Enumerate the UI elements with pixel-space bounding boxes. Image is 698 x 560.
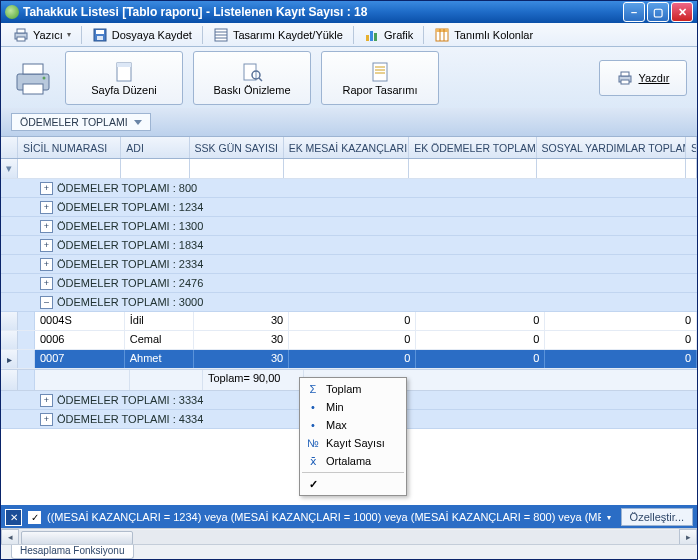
- ctx-min[interactable]: •Min: [302, 398, 404, 416]
- svg-rect-18: [23, 64, 43, 74]
- group-label: ÖDEMELER TOPLAMI : 3334: [57, 394, 203, 406]
- expand-icon[interactable]: +: [40, 277, 53, 290]
- svg-rect-26: [373, 63, 387, 81]
- check-icon: ✓: [306, 477, 320, 491]
- cell-sosyal: 0: [545, 331, 697, 349]
- cell-adi: Cemal: [125, 331, 194, 349]
- minimize-button[interactable]: –: [623, 2, 645, 22]
- scroll-right-button[interactable]: ▸: [679, 529, 697, 545]
- aggregate-context-menu: ΣToplam •Min •Max №Kayıt Sayısı x̄Ortala…: [299, 377, 407, 496]
- sayfa-duzeni-label: Sayfa Düzeni: [91, 84, 156, 96]
- sayfa-duzeni-button[interactable]: Sayfa Düzeni: [65, 51, 183, 105]
- filter-enabled-checkbox[interactable]: ✓: [28, 511, 41, 524]
- filter-ekodeme[interactable]: [409, 159, 536, 178]
- col-sosyal[interactable]: SOSYAL YARDIMLAR TOPLAMI: [537, 137, 687, 158]
- ctx-kayit-sayisi[interactable]: №Kayıt Sayısı: [302, 434, 404, 452]
- group-row[interactable]: +ÖDEMELER TOPLAMI : 1300: [1, 217, 697, 236]
- window-title: Tahakkuk Listesi [Tablo raporu] - Listel…: [23, 5, 623, 19]
- col-ekmesai[interactable]: EK MESAİ KAZANÇLARI: [284, 137, 409, 158]
- cell-ekodeme: 0: [416, 350, 545, 368]
- group-row[interactable]: –ÖDEMELER TOPLAMI : 3000: [1, 293, 697, 312]
- menu-yazici[interactable]: Yazıcı ▾: [7, 24, 77, 45]
- menu-tanimli-kolonlar[interactable]: Tanımlı Kolonlar: [428, 24, 539, 45]
- menu-tasarim-kaydet[interactable]: Tasarımı Kaydet/Yükle: [207, 24, 349, 45]
- filter-ekmesai[interactable]: [284, 159, 409, 178]
- indent: [18, 350, 35, 368]
- table-row[interactable]: 0006Cemal30000: [1, 331, 697, 350]
- group-chip-label: ÖDEMELER TOPLAMI: [20, 116, 128, 128]
- expand-icon[interactable]: +: [40, 394, 53, 407]
- avg-icon: x̄: [306, 454, 320, 468]
- summary-value: Toplam= 90,00: [203, 370, 304, 390]
- indent: [18, 331, 35, 349]
- horizontal-scrollbar[interactable]: ◂ ▸: [1, 528, 697, 545]
- cell-sosyal: 0: [545, 312, 697, 330]
- filter-ssk[interactable]: [190, 159, 284, 178]
- ctx-toplam[interactable]: ΣToplam: [302, 380, 404, 398]
- col-sicil[interactable]: SİCİL NUMARASI: [18, 137, 121, 158]
- menu-tasarim-label: Tasarımı Kaydet/Yükle: [233, 29, 343, 41]
- group-row[interactable]: +ÖDEMELER TOPLAMI : 1234: [1, 198, 697, 217]
- ctx-max[interactable]: •Max: [302, 416, 404, 434]
- cell-sicil: 0006: [35, 331, 125, 349]
- svg-point-20: [43, 77, 46, 80]
- expand-icon[interactable]: +: [40, 182, 53, 195]
- yazdir-button[interactable]: Yazdır: [599, 60, 687, 96]
- action-toolbar: Sayfa Düzeni Baskı Önizleme Rapor Tasarı…: [1, 47, 697, 110]
- table-row[interactable]: ▸0007Ahmet30000: [1, 350, 697, 369]
- group-chip[interactable]: ÖDEMELER TOPLAMI: [11, 113, 151, 131]
- filter-expression: ((MESAİ KAZANÇLARI = 1234) veya (MESAİ K…: [47, 511, 601, 523]
- col-ssk[interactable]: SSK GÜN SAYISI: [190, 137, 284, 158]
- menu-grafik[interactable]: Grafik: [358, 24, 419, 45]
- ctx-ortalama[interactable]: x̄Ortalama: [302, 452, 404, 470]
- col-adi[interactable]: ADI: [121, 137, 189, 158]
- close-button[interactable]: ✕: [671, 2, 693, 22]
- col-sskpr[interactable]: SSK PR: [686, 137, 697, 158]
- cell-adi: Ahmet: [125, 350, 194, 368]
- rapor-tasarimi-button[interactable]: Rapor Tasarımı: [321, 51, 439, 105]
- group-row[interactable]: +ÖDEMELER TOPLAMI : 2476: [1, 274, 697, 293]
- sigma-icon: Σ: [306, 382, 320, 396]
- cell-ssk: 30: [194, 331, 289, 349]
- group-label: ÖDEMELER TOPLAMI : 1300: [57, 220, 203, 232]
- menu-dosyaya-kaydet[interactable]: Dosyaya Kaydet: [86, 24, 198, 45]
- scroll-track[interactable]: [19, 530, 679, 544]
- group-row[interactable]: +ÖDEMELER TOPLAMI : 800: [1, 179, 697, 198]
- filter-adi[interactable]: [121, 159, 189, 178]
- expand-icon[interactable]: +: [40, 413, 53, 426]
- tab-hesaplama[interactable]: Hesaplama Fonksiyonu: [11, 545, 134, 559]
- filter-sskpr[interactable]: [686, 159, 697, 178]
- cell-ekmesai: 0: [289, 331, 416, 349]
- cell-ekodeme: 0: [416, 312, 545, 330]
- expand-icon[interactable]: +: [40, 239, 53, 252]
- group-panel[interactable]: ÖDEMELER TOPLAMI: [1, 108, 697, 137]
- expand-icon[interactable]: +: [40, 220, 53, 233]
- cell-ssk: 30: [194, 312, 289, 330]
- maximize-button[interactable]: ▢: [647, 2, 669, 22]
- report-design-icon: [369, 61, 391, 83]
- filter-close-button[interactable]: ✕: [5, 509, 22, 526]
- cell-sosyal: 0: [545, 350, 697, 368]
- filter-customize-button[interactable]: Özelleştir...: [621, 508, 693, 526]
- filter-dropdown-icon[interactable]: ▾: [607, 513, 611, 522]
- ctx-none[interactable]: ✓: [302, 475, 404, 493]
- filter-sosyal[interactable]: [537, 159, 687, 178]
- filter-sicil[interactable]: [18, 159, 121, 178]
- group-label: ÖDEMELER TOPLAMI : 2334: [57, 258, 203, 270]
- printer-icon: [13, 27, 29, 43]
- group-row[interactable]: +ÖDEMELER TOPLAMI : 2334: [1, 255, 697, 274]
- scroll-left-button[interactable]: ◂: [1, 529, 19, 545]
- col-ekodeme[interactable]: EK ÖDEMELER TOPLAMI: [409, 137, 536, 158]
- yazdir-label: Yazdır: [639, 72, 670, 84]
- layout-icon: [213, 27, 229, 43]
- page-setup-icon: [113, 61, 135, 83]
- scroll-thumb[interactable]: [21, 531, 133, 545]
- collapse-icon[interactable]: –: [40, 296, 53, 309]
- expand-icon[interactable]: +: [40, 201, 53, 214]
- group-row[interactable]: +ÖDEMELER TOPLAMI : 1834: [1, 236, 697, 255]
- svg-rect-22: [117, 63, 131, 67]
- baski-onizleme-button[interactable]: Baskı Önizleme: [193, 51, 311, 105]
- expand-icon[interactable]: +: [40, 258, 53, 271]
- filter-icon: ▾: [1, 159, 18, 178]
- table-row[interactable]: 0004Sİdil30000: [1, 312, 697, 331]
